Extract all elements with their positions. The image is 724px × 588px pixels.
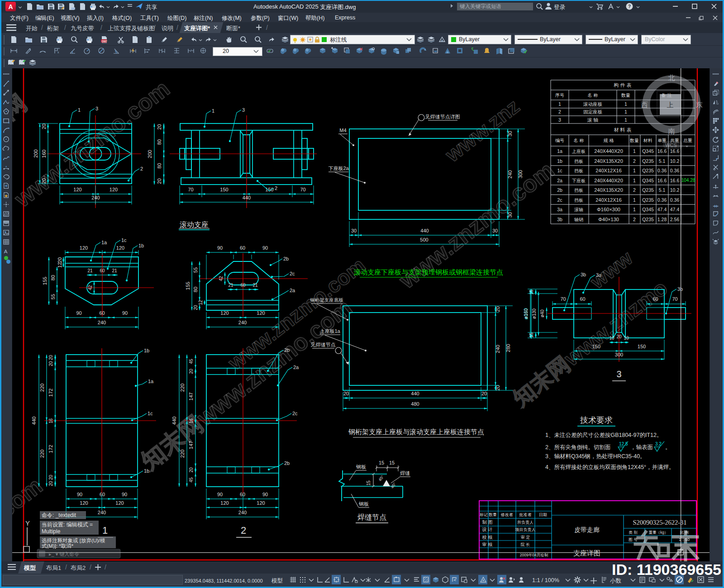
svg-text:16.6: 16.6 — [670, 178, 680, 183]
svg-text:500: 500 — [420, 237, 428, 242]
svg-text:2c: 2c — [292, 411, 298, 416]
svg-text:15: 15 — [379, 460, 384, 465]
svg-text:440: 440 — [411, 391, 419, 396]
svg-text:120: 120 — [257, 500, 265, 506]
svg-text:150: 150 — [592, 344, 600, 349]
svg-text:60: 60 — [240, 283, 246, 288]
svg-text:120: 120 — [115, 500, 124, 506]
svg-text:440: 440 — [31, 417, 37, 425]
svg-text:90: 90 — [77, 492, 82, 497]
svg-text:30: 30 — [507, 131, 513, 136]
svg-text:70: 70 — [300, 187, 305, 192]
svg-text:1a: 1a — [557, 148, 562, 154]
svg-text:2a: 2a — [293, 365, 299, 370]
svg-text:下座板: 下座板 — [572, 178, 586, 183]
svg-text:轴销: 轴销 — [574, 217, 583, 222]
svg-text:挡板: 挡板 — [574, 198, 583, 203]
svg-text:Φ40×130: Φ40×130 — [598, 217, 619, 222]
svg-text:120: 120 — [73, 187, 81, 192]
svg-text:120: 120 — [220, 310, 229, 316]
svg-text:Q235: Q235 — [642, 197, 654, 203]
svg-text:3: 3 — [616, 369, 621, 379]
svg-text:东: 东 — [696, 101, 703, 109]
svg-text:80: 80 — [157, 163, 162, 168]
svg-text:80: 80 — [193, 287, 198, 292]
svg-text:20: 20 — [495, 385, 500, 390]
svg-text:3a: 3a — [596, 272, 602, 278]
svg-text:70: 70 — [672, 296, 677, 302]
svg-text:5.1: 5.1 — [659, 158, 666, 164]
svg-text:55: 55 — [193, 267, 198, 273]
svg-text:所负责人: 所负责人 — [517, 520, 533, 525]
svg-text:90: 90 — [262, 245, 268, 251]
svg-text:Q235: Q235 — [642, 217, 654, 222]
svg-text:Q345: Q345 — [642, 207, 654, 212]
svg-text:2: 2 — [275, 185, 277, 191]
svg-text:45: 45 — [189, 359, 194, 364]
svg-text:校 核: 校 核 — [482, 535, 493, 540]
svg-text:1: 1 — [624, 117, 627, 123]
svg-text:1: 1 — [624, 101, 627, 107]
svg-text:下座板2a: 下座板2a — [328, 166, 349, 171]
svg-text:数量: 数量 — [621, 93, 630, 98]
svg-text:155: 155 — [185, 282, 191, 290]
svg-text:20: 20 — [48, 361, 53, 366]
svg-text:120: 120 — [80, 500, 88, 506]
svg-text:Q235: Q235 — [642, 187, 654, 193]
svg-text:修改者: 修改者 — [501, 512, 514, 517]
svg-text:1: 1 — [624, 109, 627, 114]
svg-text:0.36: 0.36 — [657, 168, 667, 173]
svg-text:16.6: 16.6 — [657, 178, 667, 183]
svg-text:滚轴: 滚轴 — [574, 207, 583, 212]
svg-text:1.28: 1.28 — [657, 217, 667, 222]
svg-text:西: 西 — [641, 101, 648, 109]
svg-text:30: 30 — [507, 212, 513, 218]
svg-text:钢板: 钢板 — [358, 501, 369, 507]
svg-text:20: 20 — [189, 467, 194, 473]
svg-text:式(M)]: *取消*: 式(M)]: *取消* — [42, 543, 74, 549]
svg-text:3a: 3a — [557, 207, 562, 212]
svg-text:240: 240 — [238, 510, 247, 515]
svg-text:60: 60 — [580, 296, 585, 302]
svg-text:2: 2 — [633, 217, 636, 222]
svg-text:1c: 1c — [557, 168, 562, 173]
svg-text:30: 30 — [351, 228, 357, 233]
svg-text:16.6: 16.6 — [670, 148, 680, 154]
svg-text:ø130: ø130 — [532, 308, 537, 319]
svg-text:150: 150 — [220, 187, 228, 192]
svg-text:240: 240 — [507, 170, 513, 178]
svg-text:图 号: 图 号 — [629, 537, 638, 542]
svg-text:220: 220 — [180, 384, 185, 392]
svg-text:42: 42 — [219, 276, 224, 281]
svg-text:ø160: ø160 — [524, 308, 529, 319]
svg-text:1b: 1b — [138, 243, 144, 248]
svg-text:240: 240 — [91, 195, 100, 200]
svg-text:名 称: 名 称 — [588, 93, 598, 98]
svg-text:2009年04月绘制: 2009年04月绘制 — [520, 553, 548, 557]
svg-text:16: 16 — [189, 418, 194, 424]
svg-text:2、所有尖角倒钝。切割面: 2、所有尖角倒钝。切割面 — [545, 444, 610, 450]
svg-text:，轴表面: ，轴表面 — [630, 444, 653, 450]
svg-text:240X440X20: 240X440X20 — [594, 178, 623, 183]
svg-text:Φ160×300: Φ160×300 — [597, 207, 620, 212]
svg-text:20: 20 — [48, 481, 53, 486]
svg-text:滚动支座下座板与支架预埋钢板或钢框梁连接节点: 滚动支座下座板与支架预埋钢板或钢框梁连接节点 — [353, 268, 503, 276]
svg-text:材 料 表: 材 料 表 — [614, 127, 631, 133]
svg-text:1、未注公差的尺寸公差按GB1804-97的IT12。: 1、未注公差的尺寸公差按GB1804-97的IT12。 — [545, 432, 662, 438]
svg-text:2: 2 — [241, 525, 246, 536]
svg-text:20: 20 — [157, 178, 162, 184]
svg-text:12: 12 — [57, 262, 62, 268]
svg-text:Q345: Q345 — [642, 148, 654, 154]
svg-text:2: 2 — [140, 166, 143, 171]
svg-text:钢桁架支座上座板与滚动支座上座板连接节点: 钢桁架支座上座板与滚动支座上座板连接节点 — [348, 428, 484, 436]
svg-text:钢板: 钢板 — [356, 464, 366, 469]
svg-text:3b: 3b — [557, 217, 562, 222]
svg-text:Q345: Q345 — [642, 178, 654, 183]
svg-text:10.2: 10.2 — [670, 158, 680, 164]
svg-text:150: 150 — [265, 187, 273, 192]
svg-text:1b: 1b — [144, 348, 149, 353]
svg-text:见焊缝节点详图: 见焊缝节点详图 — [425, 114, 460, 119]
svg-text:480: 480 — [411, 401, 419, 407]
svg-text:120: 120 — [220, 500, 229, 506]
svg-text:240: 240 — [98, 320, 106, 325]
